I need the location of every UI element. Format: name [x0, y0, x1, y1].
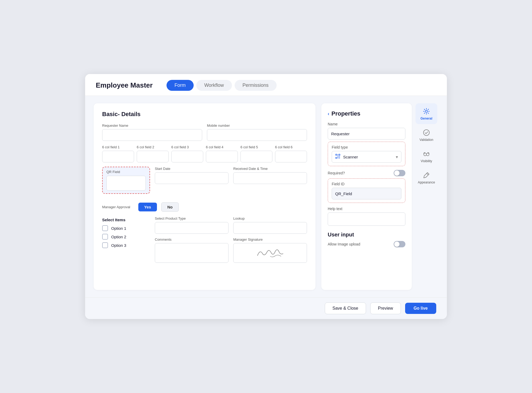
select-items-title: Select Items: [102, 218, 150, 222]
six-col-label-5: 6 col field 5: [240, 145, 272, 149]
six-col-input-2[interactable]: [137, 151, 169, 162]
comments-input[interactable]: [155, 243, 228, 263]
checkbox-box-3[interactable]: [102, 242, 108, 248]
comments-label: Comments: [155, 238, 228, 241]
checkbox-label-2: Option 2: [111, 235, 126, 239]
section-title: Basic- Details: [102, 111, 307, 118]
six-col-input-4[interactable]: [206, 151, 238, 162]
no-button[interactable]: No: [161, 202, 179, 212]
received-date-input[interactable]: [233, 172, 307, 184]
app-title: Employee Master: [96, 81, 153, 89]
six-col-input-3[interactable]: [171, 151, 203, 162]
props-title: Properties: [331, 110, 360, 117]
six-col-input-6[interactable]: [275, 151, 307, 162]
brush-icon: [423, 171, 430, 179]
svg-line-12: [427, 173, 428, 175]
sidebar-general-label: General: [421, 117, 433, 120]
qr-field-wrapper: QR Field: [102, 167, 150, 194]
sidebar-appearance-label: Appearance: [418, 181, 435, 184]
right-sidebar: General Validation Visibility: [414, 103, 438, 290]
start-date-label: Start Date: [155, 167, 228, 171]
required-label: Required?: [328, 171, 345, 175]
lookup-col: Lookup Manager Signature: [233, 216, 307, 263]
svg-rect-2: [336, 157, 337, 158]
back-arrow-icon[interactable]: ‹: [328, 111, 329, 117]
tab-workflow[interactable]: Workflow: [196, 80, 232, 91]
svg-rect-0: [336, 154, 337, 155]
help-text-label: Help text: [328, 207, 405, 211]
lookup-input[interactable]: [233, 222, 307, 234]
requester-col: Requester Name: [102, 124, 202, 141]
checkbox-label-1: Option 1: [111, 226, 126, 231]
qr-row: QR Field Start Date Received Date & Time: [102, 167, 307, 198]
six-col-input-1[interactable]: [102, 151, 134, 162]
field-id-dashed-box: Field ID: [328, 178, 405, 203]
name-field-label: Name: [328, 122, 405, 126]
field-type-dropdown[interactable]: Scanner ▾: [332, 151, 401, 163]
requester-mobile-row: Requester Name Mobile number: [102, 124, 307, 141]
six-col-2: 6 col field 2: [137, 145, 169, 162]
svg-rect-1: [339, 154, 340, 155]
header: Employee Master Form Workflow Permission…: [85, 74, 447, 96]
app-container: Employee Master Form Workflow Permission…: [85, 74, 447, 319]
manager-approval-label: Manager Approval: [102, 205, 134, 209]
save-close-button[interactable]: Save & Close: [325, 302, 366, 314]
requester-input[interactable]: [102, 129, 202, 141]
six-col-3: 6 col field 3: [171, 145, 203, 162]
select-product-label: Select Product Type: [155, 216, 228, 220]
received-date-label: Received Date & Time: [233, 167, 307, 171]
six-col-input-5[interactable]: [240, 151, 272, 162]
properties-card: ‹ Properties Name Field type: [321, 103, 412, 290]
sidebar-visibility-label: Visibility: [421, 159, 432, 163]
glasses-icon: [423, 150, 430, 158]
gear-icon: [423, 108, 430, 115]
tab-permissions[interactable]: Permissions: [235, 80, 277, 91]
go-live-button[interactable]: Go live: [405, 303, 436, 314]
field-type-value: Scanner: [343, 155, 358, 159]
mobile-label: Mobile number: [207, 124, 307, 128]
help-text-input[interactable]: [328, 212, 405, 226]
svg-point-7: [425, 110, 427, 112]
required-row: Required?: [328, 170, 405, 176]
received-date-col: Received Date & Time: [233, 167, 307, 184]
name-input[interactable]: [328, 128, 405, 140]
bottom-form-row: Select Items Option 1 Option 2 Option 3: [102, 216, 307, 263]
qr-field-input[interactable]: [106, 176, 146, 191]
sidebar-item-validation[interactable]: Validation: [415, 125, 437, 145]
form-section: Basic- Details Requester Name Mobile num…: [94, 103, 315, 290]
mobile-col: Mobile number: [207, 124, 307, 141]
svg-point-10: [426, 153, 429, 156]
required-toggle[interactable]: [394, 170, 405, 176]
props-header: ‹ Properties: [328, 110, 405, 117]
sidebar-item-general[interactable]: General: [415, 103, 437, 124]
toggle-knob: [394, 170, 400, 176]
user-input-title: User input: [328, 232, 405, 238]
select-product-input[interactable]: [155, 222, 228, 234]
sidebar-item-visibility[interactable]: Visibility: [415, 146, 437, 167]
yes-button[interactable]: Yes: [138, 203, 157, 211]
tab-form[interactable]: Form: [167, 80, 194, 91]
six-col-5: 6 col field 5: [240, 145, 272, 162]
manager-signature-label: Manager Signature: [233, 238, 307, 241]
six-col-label-3: 6 col field 3: [171, 145, 203, 149]
start-date-input[interactable]: [155, 172, 228, 184]
start-date-col: Start Date: [155, 167, 228, 184]
signature-box: [233, 243, 307, 263]
mobile-input[interactable]: [207, 129, 307, 141]
main-content: Basic- Details Requester Name Mobile num…: [85, 96, 447, 297]
sidebar-item-appearance[interactable]: Appearance: [415, 167, 437, 188]
field-type-label: Field type: [332, 145, 401, 149]
checkbox-box-2[interactable]: [102, 234, 108, 240]
checkbox-box-1[interactable]: [102, 225, 108, 231]
preview-button[interactable]: Preview: [370, 302, 401, 314]
qr-field-label: QR Field: [106, 170, 146, 174]
allow-image-label: Allow Image upload: [328, 242, 360, 246]
svg-point-8: [423, 130, 429, 136]
allow-image-toggle[interactable]: [394, 241, 405, 247]
select-items-section: Select Items Option 1 Option 2 Option 3: [102, 218, 150, 251]
allow-image-row: Allow Image upload: [328, 241, 405, 247]
six-col-label-4: 6 col field 4: [206, 145, 238, 149]
six-col-4: 6 col field 4: [206, 145, 238, 162]
tab-group: Form Workflow Permissions: [167, 80, 277, 91]
properties-panel: ‹ Properties Name Field type: [321, 103, 412, 290]
